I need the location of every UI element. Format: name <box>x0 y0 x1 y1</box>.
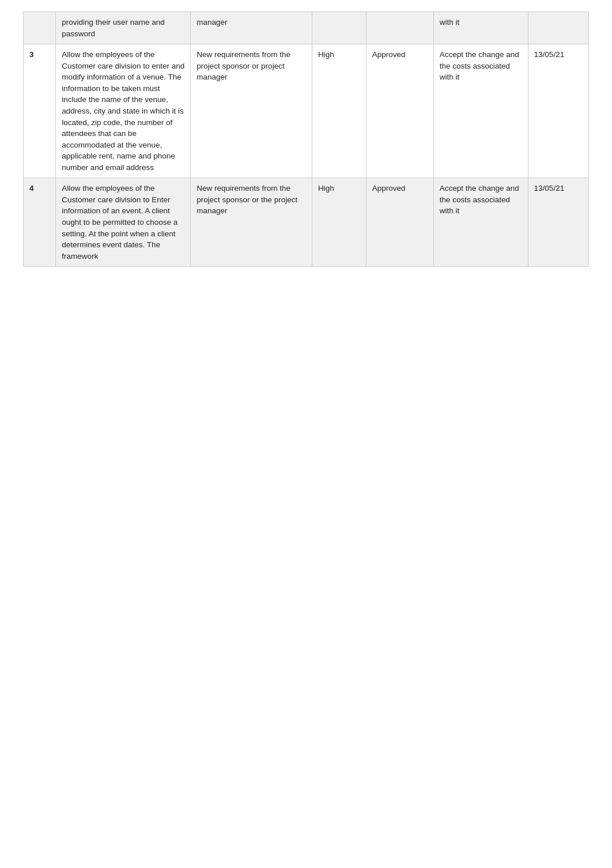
row-change: manager <box>191 12 312 44</box>
row-priority <box>312 12 367 44</box>
row-change: New requirements from the project sponso… <box>191 44 312 178</box>
table-row: 4Allow the employees of the Customer car… <box>24 178 589 267</box>
table-wrapper: providing their user name and passwordma… <box>0 0 612 278</box>
row-action: Accept the change and the costs associat… <box>433 44 528 178</box>
row-priority: High <box>312 178 367 267</box>
row-action: with it <box>433 12 528 44</box>
row-number <box>24 12 56 44</box>
row-date <box>528 12 588 44</box>
row-status: Approved <box>366 178 433 267</box>
row-date: 13/05/21 <box>528 44 588 178</box>
row-action: Accept the change and the costs associat… <box>433 178 528 267</box>
row-change: New requirements from the project sponso… <box>191 178 312 267</box>
row-number: 3 <box>24 44 56 178</box>
row-description: providing their user name and password <box>56 12 191 44</box>
row-priority: High <box>312 44 367 178</box>
row-description: Allow the employees of the Customer care… <box>56 44 191 178</box>
requirements-table: providing their user name and passwordma… <box>23 12 589 267</box>
row-number: 4 <box>24 178 56 267</box>
row-status: Approved <box>366 44 433 178</box>
row-date: 13/05/21 <box>528 178 588 267</box>
table-row: 3Allow the employees of the Customer car… <box>24 44 589 178</box>
row-status <box>366 12 433 44</box>
table-row: providing their user name and passwordma… <box>24 12 589 44</box>
row-description: Allow the employees of the Customer care… <box>56 178 191 267</box>
